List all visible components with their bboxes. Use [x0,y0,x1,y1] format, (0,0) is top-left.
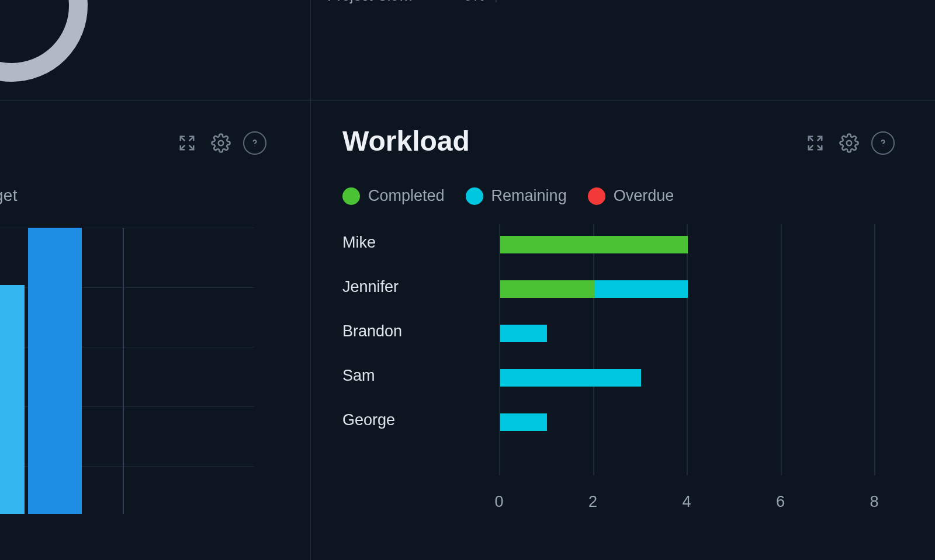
budget-y-axis [123,228,124,514]
workload-bar [500,369,641,387]
workload-bar [500,325,547,342]
legend-swatch-icon [342,187,360,205]
svg-point-1 [254,145,255,146]
legend-label: Overdue [614,187,674,205]
donut-chart-fragment [0,0,88,82]
workload-card-actions [804,131,895,155]
workload-bar-segment [500,413,547,431]
workload-x-tick: 8 [870,493,878,511]
help-icon[interactable] [243,131,266,155]
progress-row-bar-tick [496,0,497,2]
progress-row-label: Project Clo… [327,0,444,4]
workload-row-label: Brandon [342,322,499,340]
workload-bar-segment [500,325,547,342]
legend-item-overdue[interactable]: Overdue [588,187,674,205]
workload-gridline [874,224,875,475]
progress-row-percent: 0% [444,0,485,4]
budget-bar [28,228,82,514]
workload-legend: Completed Remaining Overdue [342,187,674,205]
help-icon[interactable] [871,131,895,155]
legend-item-completed[interactable]: Completed [342,187,445,205]
expand-icon[interactable] [175,131,199,155]
workload-bar-segment [594,280,688,298]
workload-gridline [781,224,782,475]
gear-icon[interactable] [209,131,233,155]
workload-bar [500,280,688,298]
svg-point-0 [219,141,224,146]
horizontal-divider [0,100,935,101]
budget-chart [0,228,260,526]
workload-x-tick: 0 [494,493,503,511]
workload-card-title: Workload [342,125,470,157]
legend-swatch-icon [588,187,605,205]
budget-bar [0,285,25,514]
workload-bar-segment [500,369,641,387]
workload-gridline [687,224,688,475]
workload-gridline [593,224,594,475]
legend-swatch-icon [466,187,483,205]
gear-icon[interactable] [837,131,861,155]
workload-row-label: Mike [342,234,499,252]
workload-bar-segment [500,280,594,298]
workload-chart: 02468 MikeJenniferBrandonSamGeorge [342,224,903,475]
progress-list-row: Project Clo… 0% [327,0,549,4]
workload-x-tick: 4 [682,493,691,511]
workload-bar [500,236,688,253]
svg-point-2 [847,141,852,146]
workload-bar-segment [500,236,688,253]
workload-gridline [499,224,500,475]
legend-label: Remaining [491,187,567,205]
workload-row-label: Sam [342,367,499,385]
budget-card-actions [175,131,266,155]
legend-item-remaining[interactable]: Remaining [466,187,567,205]
workload-bar [500,413,547,431]
workload-x-tick: 2 [588,493,597,511]
budget-card-title-fragment: get [0,186,18,205]
vertical-divider [310,0,311,560]
workload-row-label: George [342,411,499,429]
svg-point-3 [882,145,883,146]
expand-icon[interactable] [804,131,827,155]
workload-x-tick: 6 [776,493,785,511]
legend-label: Completed [368,187,445,205]
workload-row-label: Jennifer [342,278,499,296]
